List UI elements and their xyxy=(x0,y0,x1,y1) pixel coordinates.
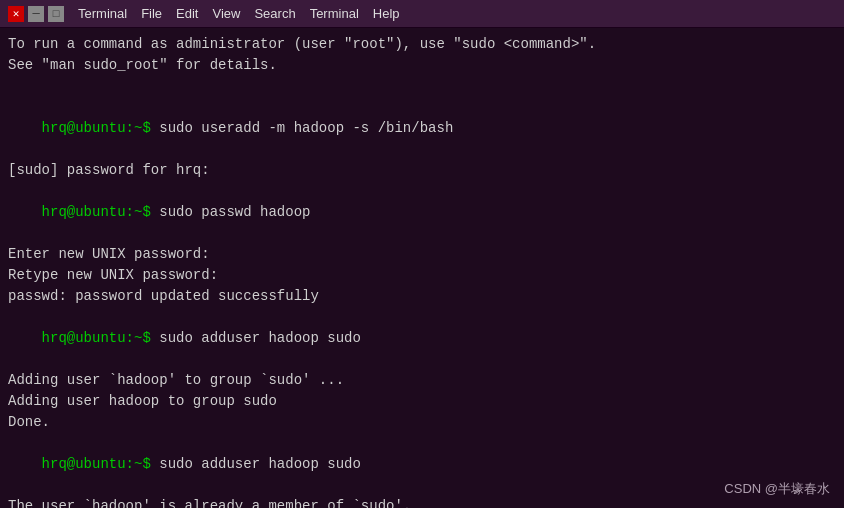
output-adding-1: Adding user `hadoop' to group `sudo' ... xyxy=(8,370,836,391)
cmd-line-3: hrq@ubuntu:~$ sudo adduser hadoop sudo xyxy=(8,307,836,370)
menu-terminal[interactable]: Terminal xyxy=(78,6,127,21)
output-already-member: The user `hadoop' is already a member of… xyxy=(8,496,836,508)
titlebar: ✕ ─ □ Terminal File Edit View Search Ter… xyxy=(0,0,844,28)
cmd-2: sudo passwd hadoop xyxy=(159,204,310,220)
menu-view[interactable]: View xyxy=(212,6,240,21)
window-controls: ✕ ─ □ xyxy=(8,6,64,22)
output-done: Done. xyxy=(8,412,836,433)
prompt-2: hrq@ubuntu:~$ xyxy=(42,204,160,220)
prompt-1: hrq@ubuntu:~$ xyxy=(42,120,160,136)
blank-line-1 xyxy=(8,76,836,97)
cmd-line-1: hrq@ubuntu:~$ sudo useradd -m hadoop -s … xyxy=(8,97,836,160)
info-line-2: See "man sudo_root" for details. xyxy=(8,55,836,76)
menu-terminal2[interactable]: Terminal xyxy=(310,6,359,21)
prompt-3: hrq@ubuntu:~$ xyxy=(42,330,160,346)
cmd-1: sudo useradd -m hadoop -s /bin/bash xyxy=(159,120,453,136)
terminal-area[interactable]: To run a command as administrator (user … xyxy=(0,28,844,508)
cmd-3: sudo adduser hadoop sudo xyxy=(159,330,361,346)
prompt-4: hrq@ubuntu:~$ xyxy=(42,456,160,472)
menu-bar: Terminal File Edit View Search Terminal … xyxy=(78,6,400,21)
output-sudo-pw: [sudo] password for hrq: xyxy=(8,160,836,181)
menu-file[interactable]: File xyxy=(141,6,162,21)
close-button[interactable]: ✕ xyxy=(8,6,24,22)
menu-help[interactable]: Help xyxy=(373,6,400,21)
maximize-button[interactable]: □ xyxy=(48,6,64,22)
cmd-4: sudo adduser hadoop sudo xyxy=(159,456,361,472)
info-line-1: To run a command as administrator (user … xyxy=(8,34,836,55)
output-adding-2: Adding user hadoop to group sudo xyxy=(8,391,836,412)
watermark: CSDN @半壕春水 xyxy=(724,480,830,498)
output-pw-updated: passwd: password updated successfully xyxy=(8,286,836,307)
menu-edit[interactable]: Edit xyxy=(176,6,198,21)
output-retype-pw: Retype new UNIX password: xyxy=(8,265,836,286)
output-new-pw: Enter new UNIX password: xyxy=(8,244,836,265)
cmd-line-4: hrq@ubuntu:~$ sudo adduser hadoop sudo xyxy=(8,433,836,496)
menu-search[interactable]: Search xyxy=(254,6,295,21)
cmd-line-2: hrq@ubuntu:~$ sudo passwd hadoop xyxy=(8,181,836,244)
minimize-button[interactable]: ─ xyxy=(28,6,44,22)
